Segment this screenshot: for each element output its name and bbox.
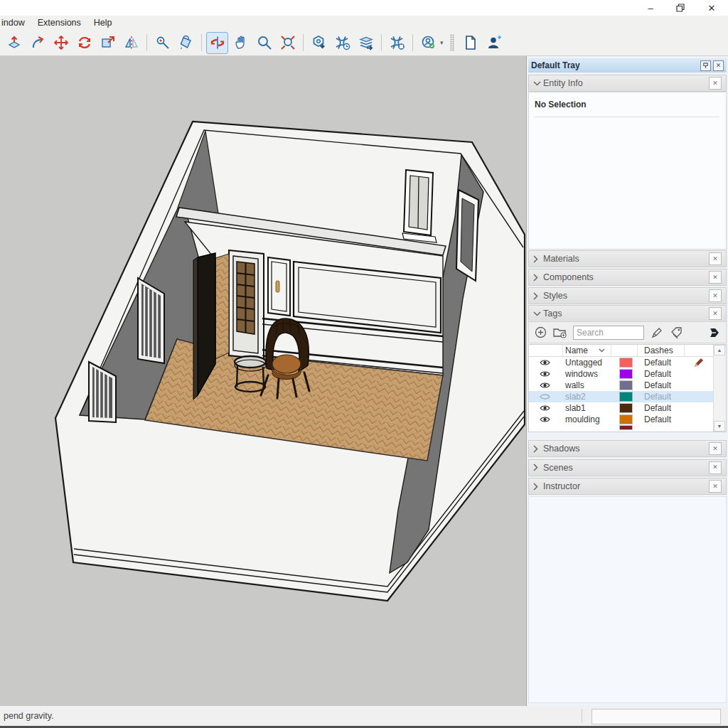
toolbar-grip[interactable]	[450, 34, 454, 51]
sketchup-window: – ✕ indowExtensionsHelp ▾	[0, 0, 728, 728]
section-label: Scenes	[543, 463, 709, 473]
tag-name[interactable]: Untagged	[565, 358, 602, 368]
close-icon[interactable]: ✕	[709, 480, 722, 493]
section-components[interactable]: Components✕	[528, 269, 727, 286]
tray-title-bar[interactable]: Default Tray ✕	[528, 58, 727, 73]
extension-layers-icon[interactable]	[355, 32, 377, 54]
menu-bar: indowExtensionsHelp	[0, 16, 728, 30]
move-tool-icon[interactable]	[50, 32, 72, 54]
tag-color-swatch[interactable]	[620, 392, 632, 401]
mirror-tool-icon[interactable]	[120, 32, 142, 54]
tag-name[interactable]: walls	[565, 380, 584, 390]
close-icon[interactable]: ✕	[709, 77, 722, 90]
tag-dashes[interactable]: Default	[644, 369, 671, 379]
paint-bucket-tool-icon[interactable]	[175, 32, 197, 54]
viewport-3d-scene[interactable]	[0, 56, 525, 706]
close-icon[interactable]: ✕	[709, 271, 722, 284]
orbit-tool-icon[interactable]	[206, 32, 228, 54]
menu-item-help[interactable]: Help	[87, 16, 119, 30]
close-button[interactable]: ✕	[700, 0, 724, 16]
add-collaborator-icon[interactable]	[483, 32, 505, 54]
close-icon[interactable]: ✕	[709, 461, 722, 474]
section-scenes[interactable]: Scenes✕	[528, 459, 727, 476]
section-entity-info[interactable]: Entity Info ✕	[528, 75, 727, 92]
tag-name[interactable]: moulding	[565, 414, 600, 424]
eye-visible-icon[interactable]	[539, 357, 550, 368]
tag-dashes[interactable]: Default	[644, 380, 671, 390]
tag-row-slab1[interactable]: slab1Default	[529, 402, 714, 414]
rotate-tool-icon[interactable]	[73, 32, 95, 54]
dropdown-caret-icon[interactable]: ▾	[440, 39, 444, 46]
main-toolbar: ▾	[0, 30, 728, 56]
tag-color-swatch[interactable]	[620, 404, 632, 412]
filter-dark-icon[interactable]	[707, 326, 722, 340]
tag-color-swatch[interactable]	[620, 415, 632, 424]
section-label: Components	[543, 272, 709, 282]
eye-visible-icon[interactable]	[539, 402, 550, 414]
sort-chevron-icon[interactable]	[599, 348, 605, 353]
follow-me-tool-icon[interactable]	[26, 32, 48, 54]
tags-table-scrollbar[interactable]: ▲ ▼	[713, 345, 726, 432]
tray-close-icon[interactable]: ✕	[713, 60, 724, 71]
tag-row-slab2[interactable]: slab2Default	[529, 391, 714, 402]
section-styles[interactable]: Styles✕	[528, 287, 727, 304]
tag-dashes[interactable]: Default	[644, 358, 671, 368]
eye-visible-icon[interactable]	[539, 414, 550, 425]
tag-row-moulding[interactable]: mouldingDefault	[529, 414, 714, 425]
menu-item-extensions[interactable]: Extensions	[31, 16, 87, 30]
tag-name[interactable]: windows	[565, 369, 598, 379]
extension-download-icon[interactable]	[308, 32, 330, 54]
column-header-dashes[interactable]: Dashes	[644, 346, 673, 355]
tag-dashes[interactable]: Default	[644, 392, 671, 402]
tag-row-windows[interactable]: windowsDefault	[529, 368, 714, 380]
tag-name[interactable]: slab2	[565, 392, 586, 402]
scroll-down-icon[interactable]: ▼	[714, 421, 725, 432]
measurements-input[interactable]	[592, 709, 721, 724]
tag-color-swatch[interactable]	[620, 370, 632, 378]
search-input[interactable]	[573, 326, 644, 340]
pan-tool-icon[interactable]	[230, 32, 252, 54]
pin-icon[interactable]	[700, 60, 711, 71]
eye-visible-icon[interactable]	[539, 380, 550, 391]
restore-button[interactable]	[668, 0, 692, 16]
section-tags[interactable]: Tags ✕	[528, 305, 727, 322]
zoom-extents-tool-icon[interactable]	[277, 32, 299, 54]
eye-hidden-icon[interactable]	[539, 391, 550, 402]
push-pull-tool-icon[interactable]	[3, 32, 25, 54]
scale-tool-icon[interactable]	[97, 32, 119, 54]
section-label: Shadows	[543, 444, 709, 454]
pencil-icon[interactable]	[650, 326, 664, 340]
new-file-icon[interactable]	[460, 32, 482, 54]
close-icon[interactable]: ✕	[709, 442, 722, 455]
tag-color-swatch[interactable]	[620, 381, 632, 390]
tags-table-header[interactable]: Name Dashes	[529, 345, 714, 357]
tag-icon[interactable]	[670, 326, 684, 340]
column-header-name[interactable]: Name	[565, 346, 588, 355]
section-shadows[interactable]: Shadows✕	[528, 440, 727, 457]
tag-dashes[interactable]: Default	[644, 403, 671, 413]
account-button-icon[interactable]	[417, 32, 439, 54]
add-tag-icon[interactable]	[533, 326, 547, 340]
close-icon[interactable]: ✕	[709, 289, 722, 302]
tag-name[interactable]: slab1	[565, 403, 586, 413]
close-icon[interactable]: ✕	[709, 252, 722, 265]
tape-measure-tool-icon[interactable]	[151, 32, 173, 54]
section-instructor[interactable]: Instructor✕	[528, 478, 727, 495]
tag-color-swatch[interactable]	[620, 358, 632, 367]
scroll-up-icon[interactable]: ▲	[714, 345, 725, 355]
minimize-button[interactable]: –	[638, 0, 663, 16]
no-selection-text: No Selection	[535, 100, 587, 109]
eye-visible-icon[interactable]	[539, 368, 550, 380]
close-icon[interactable]: ✕	[709, 307, 722, 320]
menu-item-indow[interactable]: indow	[0, 16, 31, 30]
tag-dashes[interactable]: Default	[644, 414, 671, 424]
chevron-right-icon	[533, 274, 543, 282]
tag-row-walls[interactable]: wallsDefault	[529, 380, 714, 391]
extension-settings-icon[interactable]	[386, 32, 408, 54]
extension-history-icon[interactable]	[331, 32, 353, 54]
section-materials[interactable]: Materials✕	[528, 250, 727, 267]
tag-row-untagged[interactable]: UntaggedDefault	[529, 357, 714, 368]
zoom-tool-icon[interactable]	[253, 32, 275, 54]
add-tag-folder-icon[interactable]	[553, 326, 567, 340]
chevron-right-icon	[533, 445, 543, 453]
